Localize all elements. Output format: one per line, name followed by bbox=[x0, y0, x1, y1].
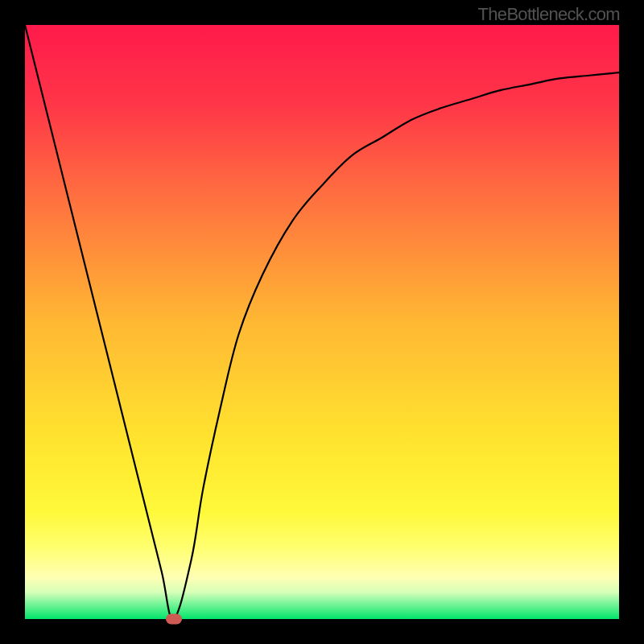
plot-area bbox=[25, 25, 619, 619]
optimum-marker bbox=[166, 614, 182, 625]
bottleneck-curve bbox=[25, 25, 619, 619]
chart-container: TheBottleneck.com bbox=[0, 0, 644, 644]
attribution-text: TheBottleneck.com bbox=[478, 4, 620, 25]
